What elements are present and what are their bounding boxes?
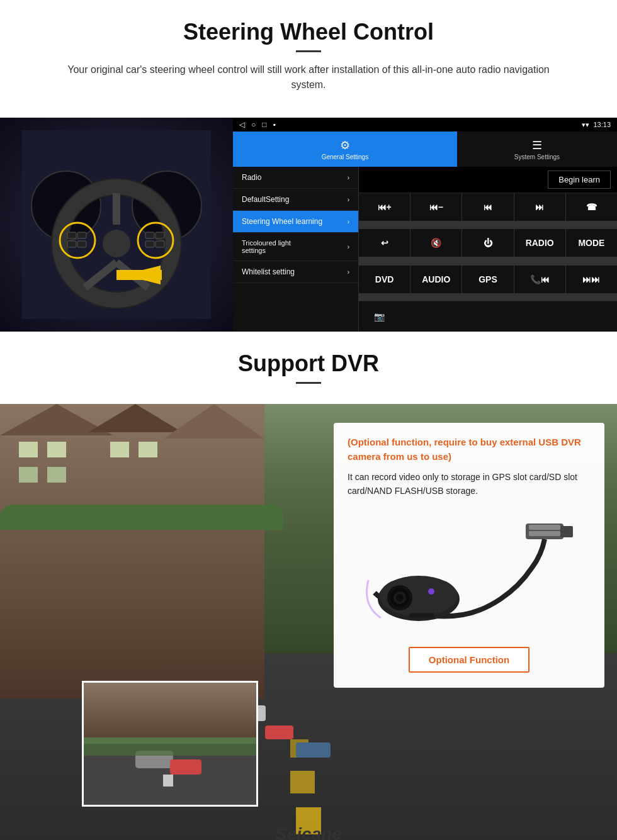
steering-wheel-svg: RPM km/h <box>22 130 211 319</box>
thumb-buildings <box>84 683 256 737</box>
thumb-car-2 <box>170 759 201 775</box>
window-3 <box>19 467 38 483</box>
back-icon: ↩ <box>381 238 388 248</box>
steering-section: Steering Wheel Control Your original car… <box>0 0 617 118</box>
phone-icon: ☎ <box>586 202 597 212</box>
android-panel: ◁ ○ □ ▪ ▾▾ 13:13 ⚙ General Settings ☰ Sy… <box>233 118 617 332</box>
hedge <box>0 505 283 530</box>
menu-item-tricolour[interactable]: Tricoloured lightsettings › <box>233 233 358 261</box>
ctrl-radio[interactable]: RADIO <box>514 229 565 257</box>
camera-icon: 📷 <box>374 311 385 322</box>
svg-rect-14 <box>77 232 86 238</box>
dvr-camera-image <box>348 511 591 637</box>
menu-radio-arrow: › <box>348 174 349 181</box>
back-btn[interactable]: ◁ <box>239 120 245 129</box>
ctrl-tel-next[interactable]: ⏭⏭ <box>566 266 617 293</box>
vol-down-icon: ⏮− <box>429 202 443 212</box>
ctrl-vol-down[interactable]: ⏮− <box>410 193 461 221</box>
time-display: 13:13 <box>593 121 611 128</box>
gps-label: GPS <box>478 274 497 284</box>
menu-steering-arrow: › <box>348 218 349 225</box>
tel-prev-icon: 📞⏮ <box>530 274 550 284</box>
ctrl-tel-prev[interactable]: 📞⏮ <box>514 266 565 293</box>
tel-next-icon: ⏭⏭ <box>582 274 600 284</box>
svg-rect-25 <box>529 531 560 536</box>
prev-icon: ⏮ <box>484 202 492 212</box>
title-divider <box>296 50 321 52</box>
menu-btn[interactable]: ▪ <box>273 120 276 129</box>
svg-point-32 <box>396 594 404 602</box>
tab-system-settings[interactable]: ☰ System Settings <box>457 132 617 167</box>
ctrl-prev[interactable]: ⏮ <box>462 193 513 221</box>
dvr-divider <box>296 382 321 384</box>
ctrl-next[interactable]: ⏭ <box>514 193 565 221</box>
tab-general-settings[interactable]: ⚙ General Settings <box>233 132 457 167</box>
svg-rect-19 <box>156 232 164 238</box>
window-1 <box>19 442 38 457</box>
android-statusbar: ◁ ○ □ ▪ ▾▾ 13:13 <box>233 118 617 132</box>
dvr-background: (Optional function, require to buy exter… <box>0 404 617 840</box>
svg-rect-20 <box>156 241 164 247</box>
svg-rect-17 <box>145 232 154 238</box>
menu-whitelist-label: Whitelist setting <box>242 267 295 276</box>
menu-radio-label: Radio <box>242 173 261 182</box>
window-2 <box>47 442 66 457</box>
svg-point-10 <box>103 230 130 257</box>
menu-item-default[interactable]: DefaultSetting › <box>233 189 358 211</box>
tab-general-label: General Settings <box>322 154 369 160</box>
section-title: Steering Wheel Control <box>25 19 592 45</box>
svg-rect-24 <box>529 525 560 530</box>
vol-up-icon: ⏮+ <box>378 202 392 212</box>
menu-default-label: DefaultSetting <box>242 195 289 204</box>
ctrl-vol-up[interactable]: ⏮+ <box>359 193 410 221</box>
car-3 <box>296 742 331 758</box>
ctrl-power[interactable]: ⏻ <box>462 229 513 257</box>
android-tabs: ⚙ General Settings ☰ System Settings <box>233 132 617 167</box>
dvr-description: It can record video only to storage in G… <box>348 470 591 498</box>
power-icon: ⏻ <box>484 238 492 248</box>
ctrl-mute[interactable]: 🔇 <box>410 229 461 257</box>
ctrl-gps[interactable]: GPS <box>462 266 513 293</box>
dvr-overlay-panel: (Optional function, require to buy exter… <box>334 423 604 688</box>
dvr-section: Support DVR (Optional function, <box>0 332 617 840</box>
control-grid: ⏮+ ⏮− ⏮ ⏭ ☎ ↩ 🔇 ⏻ RADIO MODE DVD AUDIO G… <box>359 193 617 301</box>
mute-icon: 🔇 <box>431 238 441 248</box>
ctrl-dvd[interactable]: DVD <box>359 266 410 293</box>
optional-function-button[interactable]: Optional Function <box>409 647 529 673</box>
steering-wheel-image: RPM km/h <box>0 118 233 332</box>
camera-svg <box>362 517 576 630</box>
menu-default-arrow: › <box>348 196 349 203</box>
section-subtitle: Your original car's steering wheel contr… <box>50 62 567 92</box>
svg-rect-15 <box>77 241 86 247</box>
system-icon: ☰ <box>532 138 542 152</box>
android-content: Radio › DefaultSetting › Steering Wheel … <box>233 167 617 332</box>
menu-item-whitelist[interactable]: Whitelist setting › <box>233 261 358 283</box>
menu-tricolour-arrow: › <box>348 244 349 250</box>
signal-icon: ▾▾ <box>582 121 589 129</box>
svg-rect-12 <box>67 232 76 238</box>
recent-btn[interactable]: □ <box>262 120 266 129</box>
menu-item-radio[interactable]: Radio › <box>233 167 358 189</box>
android-right-panel: Begin learn ⏮+ ⏮− ⏮ ⏭ ☎ ↩ 🔇 ⏻ RADIO MODE <box>359 167 617 332</box>
tab-system-label: System Settings <box>514 154 560 160</box>
buildings-left <box>0 404 264 698</box>
begin-learn-button[interactable]: Begin learn <box>548 171 611 189</box>
road-line-2 <box>290 771 315 793</box>
window-5 <box>110 442 129 457</box>
menu-tricolour-label: Tricoloured lightsettings <box>242 239 291 254</box>
gear-icon: ⚙ <box>340 138 350 152</box>
next-icon: ⏭ <box>535 202 544 212</box>
ctrl-back[interactable]: ↩ <box>359 229 410 257</box>
dvd-label: DVD <box>375 274 394 284</box>
ctrl-camera[interactable]: 📷 <box>365 305 393 328</box>
menu-item-steering[interactable]: Steering Wheel learning › <box>233 211 358 233</box>
window-4 <box>47 467 66 483</box>
ctrl-audio[interactable]: AUDIO <box>410 266 461 293</box>
ctrl-phone[interactable]: ☎ <box>566 193 617 221</box>
svg-point-33 <box>428 588 434 595</box>
home-btn[interactable]: ○ <box>251 120 256 129</box>
ctrl-mode[interactable]: MODE <box>566 229 617 257</box>
radio-label: RADIO <box>526 238 554 248</box>
audio-label: AUDIO <box>422 274 450 284</box>
mode-label: MODE <box>578 238 604 248</box>
